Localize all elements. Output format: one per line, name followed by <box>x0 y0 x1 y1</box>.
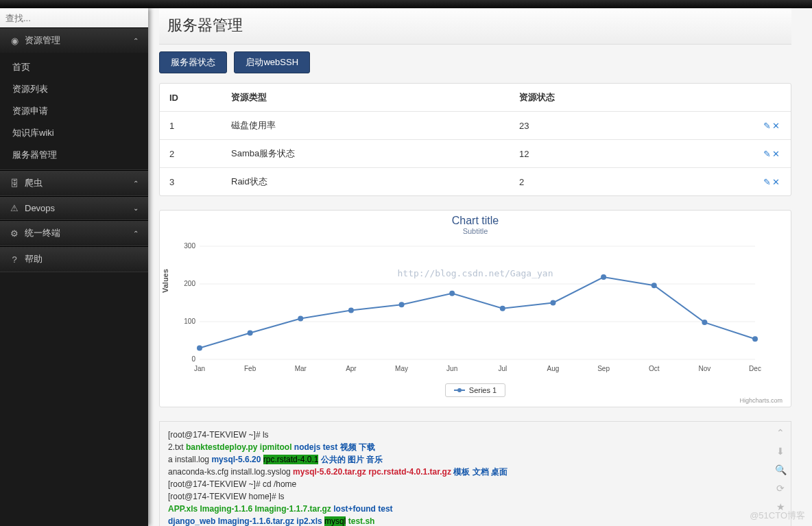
svg-text:Oct: Oct <box>649 365 660 372</box>
svg-point-22 <box>298 316 303 322</box>
resource-table: ID资源类型资源状态 1磁盘使用率23✎✕2Samba服务状态12✎✕3Raid… <box>160 84 791 195</box>
svg-text:200: 200 <box>184 280 195 287</box>
resource-table-panel: ID资源类型资源状态 1磁盘使用率23✎✕2Samba服务状态12✎✕3Raid… <box>159 83 791 196</box>
nav-group-label: 资源管理 <box>25 34 60 47</box>
cell-id: 2 <box>160 140 222 168</box>
terminal-line: [root@174-TEKVIEW home]# ls <box>168 490 783 503</box>
nav-group-1[interactable]: 🗄爬虫⌃ <box>0 171 148 195</box>
page-title: 服务器管理 <box>159 8 791 45</box>
svg-point-21 <box>248 331 253 336</box>
chart-panel: Chart title Subtitle Values http://blog.… <box>159 210 791 407</box>
col-header: ID <box>160 84 222 112</box>
nav-group-label: 帮助 <box>25 253 43 265</box>
chevron-down-icon: ⌄ <box>133 204 139 212</box>
nav-item-0-4[interactable]: 服务器管理 <box>0 144 148 166</box>
chart-subtitle: Subtitle <box>165 227 785 235</box>
chart-credits: Highcharts.com <box>165 397 785 404</box>
sidebar-search[interactable] <box>0 8 148 27</box>
server-status-button[interactable]: 服务器状态 <box>159 51 227 73</box>
nav-group-icon: ◉ <box>10 36 19 46</box>
row-actions[interactable]: ✎✕ <box>750 140 791 168</box>
nav-group-label: Devops <box>25 203 55 213</box>
chart-title: Chart title <box>165 215 785 227</box>
search-input[interactable] <box>5 13 143 23</box>
cell-status: 23 <box>510 112 750 140</box>
svg-point-29 <box>652 283 657 288</box>
sidebar: ◉资源管理⌃首页资源列表资源申请知识库wiki服务器管理🗄爬虫⌃⚠Devops⌄… <box>0 8 148 526</box>
nav-item-0-0[interactable]: 首页 <box>0 56 148 78</box>
svg-point-31 <box>752 336 758 342</box>
nav-item-0-1[interactable]: 资源列表 <box>0 78 148 100</box>
svg-point-30 <box>702 320 707 325</box>
legend-swatch-icon <box>454 390 465 391</box>
search-icon[interactable]: 🔍 <box>774 463 787 477</box>
legend-label: Series 1 <box>469 386 497 394</box>
chevron-up-icon: ⌃ <box>133 37 139 45</box>
cell-id: 1 <box>160 112 222 140</box>
row-actions[interactable]: ✎✕ <box>750 168 791 196</box>
svg-text:Apr: Apr <box>346 365 357 372</box>
nav-group-4[interactable]: ?帮助 <box>0 247 148 272</box>
svg-text:Jan: Jan <box>194 365 205 372</box>
cell-type: Samba服务状态 <box>222 140 510 168</box>
nav-group-3[interactable]: ⚙统一终端⌃ <box>0 221 148 246</box>
chevron-up-icon: ⌃ <box>133 180 139 187</box>
svg-text:Aug: Aug <box>547 365 560 372</box>
svg-point-28 <box>601 274 606 280</box>
terminal-line: [root@174-TEKVIEW ~]# cd /home <box>168 478 783 490</box>
nav-item-0-2[interactable]: 资源申请 <box>0 100 148 122</box>
terminal-line: [root@174-TEKVIEW ~]# ls <box>168 429 783 441</box>
cell-status: 12 <box>510 140 750 168</box>
nav-group-label: 爬虫 <box>25 177 43 189</box>
cell-status: 2 <box>510 168 750 196</box>
svg-point-20 <box>197 346 202 351</box>
scroll-top-icon[interactable]: ⌃ <box>774 426 787 440</box>
terminal-line: 2.txt banktestdeploy.py ipmitool nodejs … <box>168 441 783 453</box>
svg-text:Feb: Feb <box>244 365 256 372</box>
nav-item-0-3[interactable]: 知识库wiki <box>0 122 148 144</box>
table-row: 2Samba服务状态12✎✕ <box>160 140 791 168</box>
top-bar <box>0 0 812 8</box>
nav-group-2[interactable]: ⚠Devops⌄ <box>0 197 148 219</box>
main-content: 服务器管理 服务器状态 启动webSSH ID资源类型资源状态 1磁盘使用率23… <box>159 8 791 526</box>
svg-text:Jun: Jun <box>446 365 457 372</box>
col-header: 资源状态 <box>510 84 750 112</box>
line-chart: 0100200300JanFebMarAprMayJunJulAugSepOct… <box>165 239 769 376</box>
svg-point-25 <box>449 291 455 296</box>
page-watermark: @51CTO博客 <box>750 510 805 522</box>
table-row: 1磁盘使用率23✎✕ <box>160 112 791 140</box>
svg-text:Nov: Nov <box>698 365 710 372</box>
svg-text:Sep: Sep <box>597 365 610 372</box>
svg-text:0: 0 <box>191 355 195 363</box>
svg-text:Dec: Dec <box>749 365 761 372</box>
cell-type: Raid状态 <box>222 168 510 196</box>
svg-text:May: May <box>395 365 408 372</box>
terminal-line: APP.xls Imaging-1.1.6 Imaging-1.1.7.tar.… <box>168 503 783 515</box>
chevron-up-icon: ⌃ <box>133 230 139 237</box>
nav-group-icon: ⚠ <box>10 203 19 213</box>
download-icon[interactable]: ⬇ <box>774 444 787 459</box>
svg-text:Mar: Mar <box>295 365 307 372</box>
svg-point-24 <box>399 302 405 307</box>
nav-group-icon: ⚙ <box>10 228 19 239</box>
row-actions[interactable]: ✎✕ <box>750 112 791 140</box>
terminal-line: anaconda-ks.cfg install.log.syslog mysql… <box>168 466 783 478</box>
terminal-output: [root@174-TEKVIEW ~]# ls2.txt banktestde… <box>159 421 791 526</box>
terminal-toolbar: ⌃ ⬇ 🔍 ⟳ ★ <box>774 426 787 518</box>
button-row: 服务器状态 启动webSSH <box>159 45 791 83</box>
legend-item-series1[interactable]: Series 1 <box>445 383 505 397</box>
nav-group-icon: 🗄 <box>10 178 19 189</box>
refresh-icon[interactable]: ⟳ <box>774 481 787 496</box>
chart-ylabel: Values <box>161 269 169 293</box>
nav-group-0[interactable]: ◉资源管理⌃ <box>0 28 148 53</box>
nav-group-icon: ? <box>10 254 19 265</box>
start-webssh-button[interactable]: 启动webSSH <box>234 51 310 73</box>
svg-text:300: 300 <box>184 242 195 250</box>
col-header: 资源类型 <box>222 84 510 112</box>
terminal-line: django_web Imaging-1.1.6.tar.gz ip2.xls … <box>168 515 783 526</box>
svg-text:100: 100 <box>184 318 195 325</box>
cell-type: 磁盘使用率 <box>222 112 510 140</box>
svg-point-23 <box>348 308 354 313</box>
svg-point-27 <box>550 300 556 306</box>
cell-id: 3 <box>160 168 222 196</box>
